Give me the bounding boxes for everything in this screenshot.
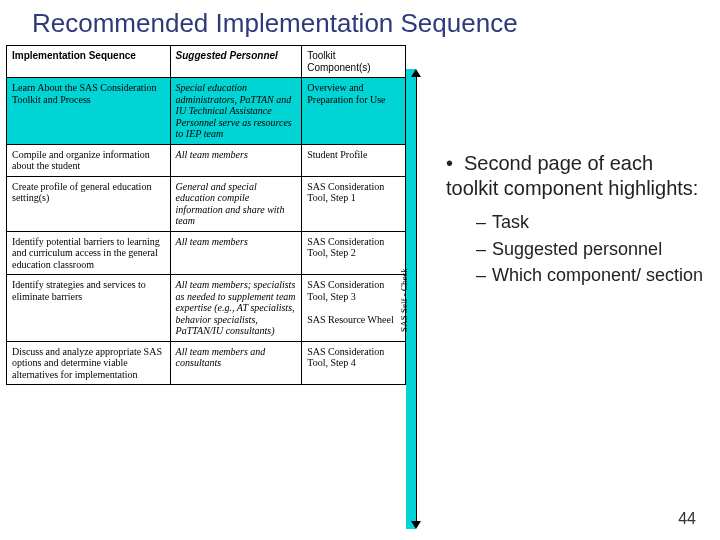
bullet-area: •Second page of each toolkit component h… — [446, 151, 706, 291]
bullet-dot-icon: • — [446, 151, 464, 176]
bullet-sub-text: Which component/ section — [492, 265, 703, 285]
table-wrap: SAS Self - Check Implementation Sequence… — [6, 45, 406, 385]
header-col3: Toolkit Component(s) — [302, 46, 406, 78]
table-row: Create profile of general education sett… — [7, 176, 406, 231]
cell: General and special education compile in… — [170, 176, 302, 231]
table-row: Identify potential barriers to learning … — [7, 231, 406, 275]
table-row: Discuss and analyze appropriate SAS opti… — [7, 341, 406, 385]
cell: Discuss and analyze appropriate SAS opti… — [7, 341, 171, 385]
page-number: 44 — [678, 510, 696, 528]
table-header-row: Implementation Sequence Suggested Person… — [7, 46, 406, 78]
dash-icon: – — [476, 211, 492, 234]
arrow-up-icon — [411, 69, 421, 77]
cell: SAS Consideration Tool, Step 2 — [302, 231, 406, 275]
dash-icon: – — [476, 238, 492, 261]
arrow-down-icon — [411, 521, 421, 529]
header-col1: Implementation Sequence — [7, 46, 171, 78]
cell: SAS Consideration Tool, Step 3 SAS Resou… — [302, 275, 406, 342]
cell: All team members — [170, 231, 302, 275]
cell: Special education administrators, PaTTAN… — [170, 78, 302, 145]
arrow-line — [416, 77, 417, 521]
bullet-main-text: Second page of each toolkit component hi… — [446, 152, 698, 199]
cell: Identify potential barriers to learning … — [7, 231, 171, 275]
dash-icon: – — [476, 264, 492, 287]
cell: Learn About the SAS Consideration Toolki… — [7, 78, 171, 145]
cell: SAS Consideration Tool, Step 4 — [302, 341, 406, 385]
bullet-sub: –Suggested personnel — [476, 238, 706, 261]
cell: Identify strategies and services to elim… — [7, 275, 171, 342]
bullet-sub: –Which component/ section — [476, 264, 706, 287]
sequence-table: Implementation Sequence Suggested Person… — [6, 45, 406, 385]
slide-title: Recommended Implementation Sequence — [0, 0, 720, 45]
self-check-label: SAS Self - Check — [399, 268, 409, 332]
cell: All team members — [170, 144, 302, 176]
content-area: SAS Self - Check Implementation Sequence… — [0, 45, 720, 385]
cell: Overview and Preparation for Use — [302, 78, 406, 145]
bullet-sub-text: Suggested personnel — [492, 239, 662, 259]
cell: All team members; specialists as needed … — [170, 275, 302, 342]
cell: SAS Consideration Tool, Step 1 — [302, 176, 406, 231]
bullet-main: •Second page of each toolkit component h… — [446, 151, 706, 201]
cell: Student Profile — [302, 144, 406, 176]
table-row: Compile and organize information about t… — [7, 144, 406, 176]
table-row: Learn About the SAS Consideration Toolki… — [7, 78, 406, 145]
table-row: Identify strategies and services to elim… — [7, 275, 406, 342]
bullet-sub: –Task — [476, 211, 706, 234]
cell: Create profile of general education sett… — [7, 176, 171, 231]
header-col2: Suggested Personnel — [170, 46, 302, 78]
bullet-sub-text: Task — [492, 212, 529, 232]
cell: Compile and organize information about t… — [7, 144, 171, 176]
cell: All team members and consultants — [170, 341, 302, 385]
